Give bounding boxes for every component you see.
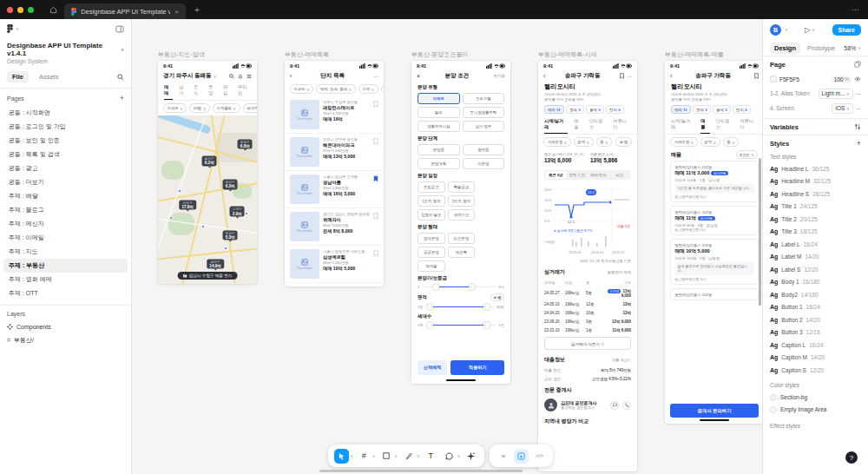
text-style-item[interactable]: AgBody214/160 bbox=[763, 288, 868, 301]
minimize-window-button[interactable] bbox=[17, 7, 23, 13]
page-item[interactable]: 공통 : 목록 및 검색 bbox=[3, 148, 128, 161]
deal-chip[interactable]: 월세3 bbox=[586, 105, 603, 114]
filter-option[interactable]: 모집공고 bbox=[418, 181, 445, 193]
help-button[interactable]: ? bbox=[845, 451, 858, 464]
page-item[interactable]: 공통 : 더보기 bbox=[3, 175, 128, 189]
page-item[interactable]: 공통 : 보안 및 인증 bbox=[3, 134, 128, 148]
text-style-item[interactable]: AgHeadline L36/125 bbox=[763, 162, 868, 175]
toggle-sidebar-icon[interactable] bbox=[115, 25, 124, 33]
reset-button[interactable]: 초기화 bbox=[494, 74, 506, 78]
tab-listings[interactable]: 매물 bbox=[574, 118, 582, 134]
text-style-item[interactable]: AgBody 116/180 bbox=[763, 276, 868, 289]
map-price-pin[interactable]: 분당구14.9억 bbox=[207, 259, 224, 268]
listing-item[interactable]: Placeholder 서울시 영등포구 여의도동삼성예르힐68m² 2,050… bbox=[285, 246, 384, 283]
page-color-swatch[interactable] bbox=[770, 76, 777, 82]
tab-price[interactable]: 시세/실거래 bbox=[671, 118, 694, 134]
canvas-vertical-scrollbar[interactable] bbox=[759, 158, 761, 306]
chevron-down-icon[interactable]: ∨ bbox=[372, 453, 376, 458]
bookmark-icon[interactable] bbox=[754, 73, 759, 79]
comment-tool-icon[interactable] bbox=[442, 449, 457, 464]
filter-option[interactable]: 오피스텔 bbox=[463, 93, 505, 104]
map-price-pin[interactable]: 중원구5.3억 bbox=[223, 230, 238, 240]
bookmark-icon[interactable] bbox=[620, 73, 624, 79]
eye-icon[interactable] bbox=[854, 76, 861, 82]
unit-toggle-button[interactable]: ⇄평 bbox=[490, 293, 504, 301]
frame-presale-filter[interactable]: 9:41 × 분양 조건 초기화 분양 유형 아파트 오피스텔 빌라 도시형생활… bbox=[411, 61, 510, 384]
tab-price[interactable]: 시세/실거래 bbox=[544, 118, 568, 134]
frame-map-screen[interactable]: 9:41 경기 파주시 동패동 ∨ 매매 상가 토지 분양 관심 bbox=[158, 61, 257, 284]
listing-card[interactable]: 동탄예당마을스 202동 매매 10억 5,000 아파트 201동 · 2층 … bbox=[670, 239, 759, 285]
segment[interactable]: 매매/전세 bbox=[588, 171, 609, 179]
tab-community[interactable]: 커뮤니티 bbox=[613, 118, 631, 134]
filter-option[interactable]: 공공분양 bbox=[418, 247, 445, 258]
chevron-down-icon[interactable]: ∨ bbox=[457, 453, 461, 458]
remove-icon[interactable]: — bbox=[856, 106, 861, 111]
filter-option[interactable]: 재건축 bbox=[448, 247, 476, 258]
price-chart[interactable]: 20억 15억 10억 5억 거래량 13.2 bbox=[538, 182, 637, 259]
chevron-down-icon[interactable]: ∨ bbox=[812, 27, 815, 32]
text-style-item[interactable]: AgHeadline S28/125 bbox=[763, 188, 868, 201]
menu-icon[interactable] bbox=[247, 74, 252, 79]
clear-selection-button[interactable]: 선택해제 bbox=[418, 360, 447, 375]
listing-item[interactable]: Placeholder 서울시 강남구 도곡동경남아름93m² 2,800만원매… bbox=[285, 171, 384, 208]
text-style-item[interactable]: AgLabel M14/20 bbox=[763, 251, 868, 264]
tab-community[interactable]: 커뮤니티 bbox=[740, 118, 758, 134]
segment[interactable]: 전체 기간 bbox=[567, 171, 589, 179]
filter-chip[interactable]: 가격협의∨ bbox=[213, 103, 240, 113]
filter-option[interactable]: 2순위 청약 bbox=[448, 195, 476, 207]
phone-icon[interactable] bbox=[622, 401, 631, 410]
chevron-down-icon[interactable]: ∨ bbox=[394, 453, 398, 458]
close-icon[interactable]: × bbox=[417, 73, 420, 79]
filter-option[interactable]: 특별공급 bbox=[448, 181, 476, 193]
page-item[interactable]: 공통 : 로그인 및 가입 bbox=[3, 120, 128, 134]
deal-chip[interactable]: 월세3 bbox=[713, 105, 730, 114]
remove-icon[interactable]: — bbox=[856, 91, 861, 96]
bookmark-icon[interactable] bbox=[373, 138, 378, 145]
chevron-down-icon[interactable]: ∨ bbox=[417, 453, 420, 458]
bookmark-icon-filled[interactable] bbox=[373, 175, 378, 182]
frame-complex-list[interactable]: 9:41 ‹ 단지 목록 ⋯ 아파트∨ 매매, 전세, 월세∨ 가격∨ 평형∨ … bbox=[285, 61, 384, 286]
figma-menu-icon[interactable] bbox=[7, 24, 13, 33]
collapse-toolbar-icon[interactable]: « bbox=[496, 449, 510, 464]
tab-urijip[interactable]: 우리집 bbox=[238, 84, 251, 100]
filter-option[interactable]: 1순위 청약 bbox=[418, 195, 445, 207]
new-tab-button[interactable]: + bbox=[194, 5, 200, 15]
deal-chip[interactable]: 단지0 bbox=[733, 105, 750, 114]
price-range-slider[interactable] bbox=[422, 284, 496, 290]
variables-adjust-icon[interactable] bbox=[854, 123, 861, 130]
tab-file[interactable]: File bbox=[7, 71, 29, 82]
location-selector[interactable]: 경기 파주시 동패동 bbox=[163, 72, 212, 80]
filter-option[interactable]: 생활숙박시설 bbox=[418, 121, 460, 132]
tab-bunyang[interactable]: 분양 bbox=[208, 84, 217, 100]
slider-handle[interactable] bbox=[433, 284, 439, 290]
map-price-pin[interactable]: 마포구17.8억 bbox=[179, 200, 196, 209]
text-style-item[interactable]: AgButton 312/16 bbox=[763, 326, 868, 339]
tab-sangga[interactable]: 상가 bbox=[179, 84, 187, 100]
loan-calculator-link[interactable]: 대출 계산기 bbox=[612, 358, 631, 362]
text-style-item[interactable]: AgCaption S12/20 bbox=[763, 364, 868, 377]
text-tool-icon[interactable]: T bbox=[424, 449, 438, 464]
frame-title[interactable]: 부동산-분양조건필터 bbox=[411, 50, 468, 59]
slider-handle[interactable] bbox=[483, 304, 490, 310]
map-price-pin[interactable]: 중랑구6.8억 bbox=[238, 139, 253, 148]
page-color-hex[interactable]: F5F5F5 bbox=[779, 76, 799, 82]
table-filter-link[interactable]: 월별/면적 매매 bbox=[608, 270, 631, 274]
apply-button[interactable]: 적용하기 bbox=[450, 360, 504, 375]
search-icon[interactable] bbox=[229, 74, 234, 79]
bell-icon[interactable] bbox=[238, 74, 243, 79]
chevron-down-icon[interactable]: ∨ bbox=[121, 47, 124, 52]
page-color-opacity[interactable]: 100 bbox=[834, 76, 844, 82]
text-style-item[interactable]: AgTitle 124/125 bbox=[763, 201, 868, 214]
filter-chip[interactable]: 거래유형∨ bbox=[670, 137, 698, 147]
tab-complex-info[interactable]: 단지정보 bbox=[716, 118, 734, 134]
search-icon[interactable] bbox=[117, 74, 124, 81]
slider-handle[interactable] bbox=[427, 322, 433, 328]
text-style-item[interactable]: AgTitle 220/125 bbox=[763, 213, 868, 226]
add-style-icon[interactable]: + bbox=[857, 139, 861, 148]
map-price-pin[interactable]: 송파구6.3억 bbox=[223, 180, 238, 189]
text-style-item[interactable]: AgCaption L16/24 bbox=[763, 339, 868, 352]
chevron-down-icon[interactable]: ∨ bbox=[858, 45, 861, 50]
page-item[interactable]: 공통 : 광고 bbox=[3, 161, 128, 175]
back-icon[interactable]: ‹ bbox=[670, 73, 672, 79]
tabbar-more-icon[interactable]: ⋯ bbox=[852, 5, 868, 14]
